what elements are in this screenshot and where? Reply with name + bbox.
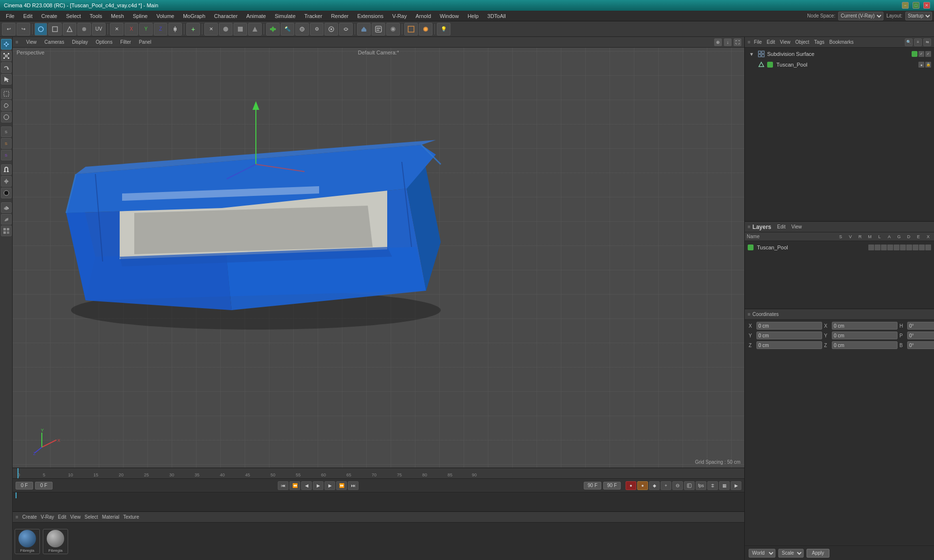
layer-row-tuscan-pool[interactable]: Tuscan_Pool <box>746 242 933 253</box>
scale-mode-select[interactable]: Scale Size <box>778 549 804 558</box>
tool12[interactable] <box>372 23 385 35</box>
start-frame-input[interactable] <box>35 482 53 490</box>
motion-record-button[interactable]: ▶ <box>731 481 741 490</box>
material-menu-texture[interactable]: Texture <box>123 514 139 520</box>
menu-3dtoall[interactable]: 3DToAll <box>484 12 510 20</box>
menu-extensions[interactable]: Extensions <box>353 12 387 20</box>
menu-animate[interactable]: Animate <box>242 12 269 20</box>
layer-icon-x[interactable] <box>925 245 931 250</box>
close-button[interactable]: ✕ <box>923 2 930 9</box>
scale-tool-btn[interactable] <box>1 51 12 61</box>
menu-spline[interactable]: Spline <box>129 12 152 20</box>
record-button[interactable]: ● <box>626 481 636 490</box>
record-key-button[interactable]: ◆ <box>649 481 660 490</box>
light-button[interactable]: 💡 <box>437 23 450 35</box>
om-row-tuscan-pool[interactable]: Tuscan_Pool ● 🔒 <box>746 59 933 70</box>
viewport-menu-panel[interactable]: Panel <box>137 38 153 46</box>
layer-icon-exp[interactable] <box>919 245 925 250</box>
material-item-1[interactable]: Fibregla <box>43 529 68 554</box>
minimize-button[interactable]: − <box>902 2 909 9</box>
om-menu-file[interactable]: File <box>753 38 763 46</box>
coord-y-pos[interactable] <box>756 332 822 339</box>
extrude-btn[interactable] <box>1 202 12 213</box>
coord-h[interactable] <box>907 322 934 330</box>
menu-create[interactable]: Create <box>37 12 61 20</box>
end-frame-input2[interactable] <box>603 482 621 490</box>
poly-pen-btn[interactable]: S <box>1 126 12 137</box>
layer-icon-render[interactable] <box>875 245 880 250</box>
viewport-icon3[interactable]: ⛶ <box>734 38 741 46</box>
tool3[interactable] <box>234 23 247 35</box>
box-select-btn[interactable] <box>1 88 12 99</box>
om-expand-icon[interactable]: ▼ <box>748 50 755 58</box>
auto-key-button[interactable]: ● <box>637 481 648 490</box>
menu-vray[interactable]: V-Ray <box>388 12 411 20</box>
maximize-button[interactable]: □ <box>913 2 919 9</box>
model-mode-button[interactable] <box>35 23 47 35</box>
layers-menu-icon[interactable]: ≡ <box>748 224 751 229</box>
om-render-badge[interactable]: ✓ <box>925 51 931 57</box>
tool6[interactable]: 🔦 <box>281 23 294 35</box>
om-solo-badge[interactable]: ● <box>918 62 924 68</box>
menu-mesh[interactable]: Mesh <box>107 12 128 20</box>
coord-y-scale[interactable] <box>832 332 898 339</box>
magnet-btn[interactable] <box>1 164 12 175</box>
layer-icon-lock[interactable] <box>900 245 906 250</box>
menu-arnold[interactable]: Arnold <box>412 12 435 20</box>
uv-mode-button[interactable]: UV <box>92 23 106 35</box>
layer-icon-dyn[interactable] <box>913 245 918 250</box>
anim-paths-button[interactable] <box>672 481 683 490</box>
goto-start-button[interactable]: ⏮ <box>278 481 288 490</box>
translate-y-button[interactable]: Y <box>139 23 153 35</box>
om-menu-edit[interactable]: Edit <box>765 38 776 46</box>
menu-volume[interactable]: Volume <box>152 12 178 20</box>
current-frame-input[interactable] <box>16 482 33 490</box>
coord-x-scale[interactable] <box>832 322 898 330</box>
array-btn[interactable] <box>1 226 12 236</box>
move-button[interactable] <box>168 23 182 35</box>
bridge-btn[interactable]: S <box>1 150 12 160</box>
viewport-menu-display[interactable]: Display <box>70 38 90 46</box>
material-menu-edit[interactable]: Edit <box>58 514 66 520</box>
om-menu-icon[interactable]: ≡ <box>748 39 751 45</box>
bevel-btn[interactable] <box>1 214 12 225</box>
translate-z-button[interactable]: Z <box>154 23 167 35</box>
om-filter-icon2[interactable]: ≡ <box>914 38 922 46</box>
menu-file[interactable]: File <box>2 12 18 20</box>
viewport-menu-filter[interactable]: Filter <box>118 38 133 46</box>
om-menu-bookmarks[interactable]: Bookmarks <box>828 38 855 46</box>
tool10[interactable] <box>339 23 353 35</box>
viewport-menu-options[interactable]: Options <box>94 38 114 46</box>
om-lock-badge[interactable]: 🔒 <box>925 62 931 68</box>
coord-b[interactable] <box>907 341 934 349</box>
layout-select[interactable]: Startup <box>905 12 932 20</box>
select-tool-btn[interactable] <box>1 74 12 85</box>
material-menu-icon[interactable]: ≡ <box>16 514 18 520</box>
apply-button[interactable]: Apply <box>807 549 829 558</box>
layers-menu-view[interactable]: View <box>791 224 802 229</box>
render-region-button[interactable] <box>404 23 418 35</box>
viewport-icon1[interactable]: ⊕ <box>714 38 722 46</box>
menu-select[interactable]: Select <box>62 12 85 20</box>
om-visibility-badge[interactable]: ✓ <box>918 51 924 57</box>
render-button[interactable] <box>419 23 432 35</box>
goto-end-button[interactable]: ⏭ <box>348 481 359 490</box>
prev-key-button[interactable]: ◀ <box>301 481 312 490</box>
frame-rate-button[interactable]: fps <box>696 481 706 490</box>
tool9[interactable] <box>324 23 338 35</box>
material-menu-view[interactable]: View <box>70 514 81 520</box>
tool5[interactable] <box>266 23 280 35</box>
next-frame-button[interactable]: ⏩ <box>336 481 347 490</box>
menu-window[interactable]: Window <box>436 12 463 20</box>
add-button[interactable]: + <box>186 23 200 35</box>
next-key-button[interactable]: ▶ <box>324 481 335 490</box>
rotate-tool-btn[interactable] <box>1 62 12 73</box>
coord-z-scale[interactable] <box>832 341 898 349</box>
motion-clip-button[interactable]: ▦ <box>719 481 730 490</box>
viewport-icon2[interactable]: ↓ <box>724 38 732 46</box>
tool1[interactable]: ✕ <box>204 23 218 35</box>
viewport-menu-icon[interactable]: ≡ <box>16 39 18 45</box>
menu-render[interactable]: Render <box>327 12 352 20</box>
menu-edit[interactable]: Edit <box>19 12 36 20</box>
viewport-menu-view[interactable]: View <box>24 38 39 46</box>
